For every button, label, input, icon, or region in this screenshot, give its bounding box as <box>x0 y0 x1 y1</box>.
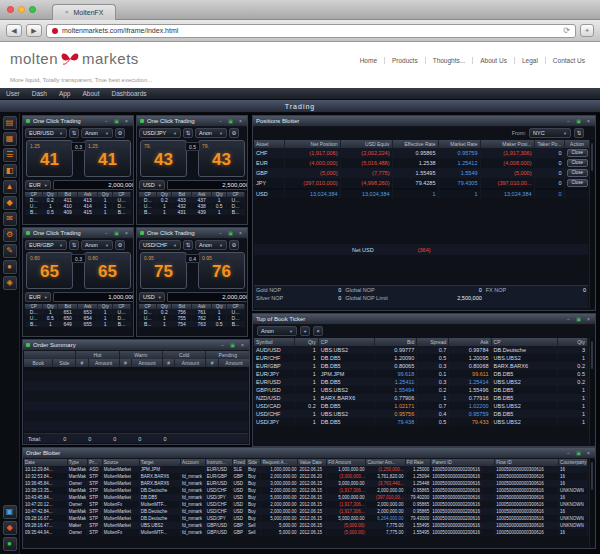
currency-select[interactable]: USD▼ <box>139 180 165 190</box>
menu-dash[interactable]: Dash <box>26 90 53 97</box>
swap-icon[interactable]: ⇅ <box>183 240 193 250</box>
maximize-icon[interactable]: ▣ <box>575 315 582 324</box>
column-header[interactable]: Asset <box>254 140 284 148</box>
menu-app[interactable]: App <box>53 90 77 97</box>
zoom-window-button[interactable] <box>29 6 36 13</box>
swap-icon[interactable]: ⇅ <box>183 128 193 138</box>
tab-close-icon[interactable]: × <box>65 9 69 15</box>
minimize-icon[interactable]: − <box>565 315 572 324</box>
maximize-icon[interactable]: ▣ <box>575 117 582 126</box>
edit-icon[interactable]: ✎ <box>3 244 17 258</box>
column-header[interactable]: Qty <box>557 338 587 346</box>
swap-icon[interactable]: ⇅ <box>69 240 79 250</box>
panel-header[interactable]: One Click Trading − ▣ × <box>137 228 247 239</box>
column-header[interactable]: CP <box>318 338 374 346</box>
column-header[interactable]: Ask <box>449 338 491 346</box>
minimize-icon[interactable]: − <box>565 117 572 126</box>
diamond-icon[interactable]: ◆ <box>3 196 17 210</box>
record-icon[interactable]: ● <box>3 260 17 274</box>
panel-header[interactable]: Top of Book Ticker − ▣ × <box>253 314 595 325</box>
ask-tile[interactable]: 1.25 41 <box>84 140 131 177</box>
amount-input[interactable] <box>53 180 134 190</box>
column-header[interactable]: Instrum... <box>205 459 232 466</box>
maximize-icon[interactable]: ▣ <box>113 229 120 238</box>
split-icon[interactable]: ◧ <box>3 164 17 178</box>
forward-button[interactable]: ▶ <box>26 24 42 37</box>
table-row[interactable]: Gold NOP0Global NOP0FX NOP0 <box>254 286 588 294</box>
site-logo[interactable]: molten markets <box>10 50 139 67</box>
table-row[interactable]: EUR(4,000,000)(5,016,488)1.25381.25412(4… <box>254 158 590 168</box>
amount-input[interactable] <box>167 292 248 302</box>
column-header[interactable]: Request A... <box>261 459 298 466</box>
table-row[interactable]: AUD/USD1UBS.UBS20.997770.70.99784DB.Deut… <box>254 346 588 354</box>
close-position-button[interactable]: Close <box>567 159 589 167</box>
table-row[interactable]: USD/CAD0.2DB.DB51.021710.71.02200UBS.UBS… <box>254 402 588 410</box>
column-header[interactable]: Amount <box>175 359 206 367</box>
table-row[interactable]: B...0.54094151B... <box>25 209 131 215</box>
refresh-icon[interactable]: ⇅ <box>574 128 584 138</box>
close-position-button[interactable]: Close <box>567 169 589 177</box>
column-header[interactable]: # <box>119 359 131 367</box>
nav-thoughts[interactable]: Thoughts... <box>425 57 473 64</box>
column-header[interactable]: CP <box>491 338 557 346</box>
table-row[interactable]: 10:32:53.84...ManMakSTPMoltenMarketBARX.… <box>24 473 588 480</box>
column-header[interactable]: Amount <box>88 359 119 367</box>
minimize-icon[interactable]: − <box>565 449 572 458</box>
column-header[interactable]: Fill Rate <box>405 459 431 466</box>
column-header[interactable]: Taker Po... <box>534 140 564 148</box>
close-icon[interactable]: × <box>585 449 592 458</box>
table-row[interactable]: 10:38:13.35...ManMakSTPMoltenMarketDB.De… <box>24 487 588 494</box>
table-row[interactable]: USD/CHF1UBS.UBS20.957560.40.95759DB.DB51 <box>254 410 588 418</box>
gear-icon[interactable]: ⚙ <box>3 228 17 242</box>
nav-products[interactable]: Products <box>384 57 425 64</box>
bid-tile[interactable]: 1.25 41 <box>26 140 73 177</box>
panel-gear-icon[interactable]: ⚙ <box>115 128 125 138</box>
scrollbar-thumb[interactable] <box>591 143 593 171</box>
layers-icon[interactable]: ◈ <box>3 276 17 290</box>
column-header[interactable]: Effective Rate <box>392 140 438 148</box>
scrollbar[interactable] <box>589 338 594 444</box>
nav-contact-us[interactable]: Contact Us <box>545 57 592 64</box>
table-row[interactable]: Silver NOP0Global NOP Limit2,500,000 <box>254 294 588 302</box>
table-row[interactable]: 10:43:45.84...ManMakSTPMoltenMarketDB.DB… <box>24 494 588 501</box>
maximize-icon[interactable]: ▣ <box>227 117 234 126</box>
panel-gear-icon[interactable]: ⚙ <box>115 240 125 250</box>
minimize-icon[interactable]: − <box>219 341 226 350</box>
column-header[interactable]: Pr... <box>88 459 102 466</box>
maximize-icon[interactable]: ▣ <box>113 117 120 126</box>
panel-gear-icon[interactable]: ⚙ <box>229 128 239 138</box>
table-row[interactable]: JPY(397,010,000)(4,998,260)79.428579.430… <box>254 178 590 188</box>
table-row[interactable]: USD/JPY1DB.DB579.4380.579.433UBS.UBS21 <box>254 418 588 426</box>
table-row[interactable]: EUR/USD1DB.DB51.254110.31.25414UBS.UBS20… <box>254 378 588 386</box>
table-row[interactable]: B...16496551B... <box>25 321 131 327</box>
maximize-icon[interactable]: ▣ <box>227 229 234 238</box>
mode-select[interactable]: Anon▼ <box>81 128 113 138</box>
list-icon[interactable]: ☰ <box>3 148 17 162</box>
table-row[interactable]: EUR/JPY1JPM.JPM99.6180.199.611DB.DB50.5 <box>254 370 588 378</box>
alert-icon[interactable]: ◆ <box>3 521 17 535</box>
back-button[interactable]: ◀ <box>6 24 22 37</box>
chart-icon[interactable]: ▲ <box>3 180 17 194</box>
panel-header[interactable]: One Click Trading − ▣ × <box>137 116 247 127</box>
minimize-icon[interactable]: − <box>217 117 224 126</box>
column-header[interactable]: # <box>206 359 218 367</box>
swap-icon[interactable]: ⇅ <box>69 128 79 138</box>
panel-header[interactable]: Order Summary − ▣ × <box>23 340 249 351</box>
panel-header[interactable]: Positions Blotter − ▣ × <box>253 116 595 127</box>
close-icon[interactable]: × <box>123 229 130 238</box>
close-position-button[interactable]: Close <box>567 179 589 187</box>
ask-tile[interactable]: 0.80 65 <box>84 252 131 289</box>
pair-select[interactable]: EUR/USD▼ <box>25 128 67 138</box>
amount-input[interactable] <box>53 292 134 302</box>
table-row[interactable]: B...14314391B... <box>139 209 245 215</box>
close-icon[interactable]: × <box>237 229 244 238</box>
panel-header[interactable]: One Click Trading − ▣ × <box>23 228 133 239</box>
currency-select[interactable]: EUR▼ <box>25 292 51 302</box>
monitor-icon[interactable]: ▣ <box>3 505 17 519</box>
column-header[interactable]: Qty <box>294 338 318 346</box>
scrollbar[interactable] <box>589 140 594 308</box>
column-header[interactable]: Date <box>24 459 67 466</box>
mail-icon[interactable]: ✉ <box>3 212 17 226</box>
panel-gear-icon[interactable]: ⚙ <box>229 240 239 250</box>
table-row[interactable]: 10:47:20.12...OwnerSTPMoltenFxMoltenMTF.… <box>24 501 588 508</box>
